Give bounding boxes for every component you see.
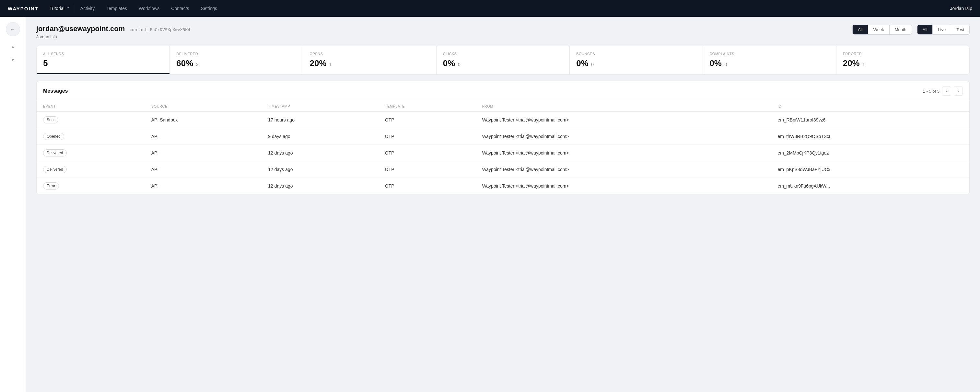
table-row[interactable]: DeliveredAPI12 days agoOTPWaypoint Teste… (37, 161, 969, 178)
nav-templates[interactable]: Templates (102, 4, 132, 13)
cell-template: OTP (379, 112, 476, 128)
cell-from: Waypoint Tester <trial@waypointmail.com> (476, 128, 771, 145)
stat-delivered[interactable]: DELIVERED 60% 3 (170, 46, 303, 74)
cell-from: Waypoint Tester <trial@waypointmail.com> (476, 161, 771, 178)
cell-event: Delivered (37, 161, 145, 178)
col-event: EVENT (37, 101, 145, 112)
cell-source: API (145, 128, 262, 145)
event-badge: Error (43, 183, 59, 189)
cell-source: API (145, 145, 262, 161)
cell-timestamp: 9 days ago (261, 128, 379, 145)
messages-pagination: 1 - 5 of 5 ‹ › (923, 87, 963, 95)
logo: WAYPOINT (8, 6, 38, 11)
cell-template: OTP (379, 178, 476, 194)
messages-table: EVENT SOURCE TIMESTAMP TEMPLATE FROM ID … (37, 101, 969, 194)
messages-header: Messages 1 - 5 of 5 ‹ › (37, 81, 969, 101)
stat-all-sends[interactable]: ALL SENDS 5 (37, 46, 170, 74)
cell-source: API (145, 178, 262, 194)
messages-title: Messages (43, 88, 68, 94)
stat-errored-count: 1 (862, 62, 865, 67)
cell-timestamp: 12 days ago (261, 161, 379, 178)
stat-clicks-pct: 0% (443, 58, 455, 68)
contact-header: jordan@usewaypoint.com contact_FuCrDVSXp… (36, 25, 970, 39)
nav-contacts[interactable]: Contacts (167, 4, 194, 13)
stat-delivered-count: 3 (196, 62, 199, 67)
table-row[interactable]: ErrorAPI12 days agoOTPWaypoint Tester <t… (37, 178, 969, 194)
col-id: ID (771, 101, 969, 112)
tutorial-label: Tutorial (49, 6, 65, 11)
nav-settings[interactable]: Settings (196, 4, 222, 13)
table-row[interactable]: DeliveredAPI12 days agoOTPWaypoint Teste… (37, 145, 969, 161)
chevron-left-icon: ‹ (946, 89, 947, 93)
cell-timestamp: 12 days ago (261, 145, 379, 161)
stat-complaints-pct: 0% (710, 58, 722, 68)
nav-activity[interactable]: Activity (76, 4, 99, 13)
contact-info: jordan@usewaypoint.com contact_FuCrDVSXp… (36, 25, 852, 39)
next-page-button[interactable]: › (954, 87, 963, 95)
stat-complaints-label: COMPLAINTS (710, 52, 829, 56)
cell-timestamp: 12 days ago (261, 178, 379, 194)
stat-opens-count: 1 (329, 62, 332, 67)
filter-test[interactable]: Test (951, 25, 969, 34)
sidebar: ← ▲ ▼ (0, 17, 26, 392)
col-template: TEMPLATE (379, 101, 476, 112)
stat-errored[interactable]: ERRORED 20% 1 (837, 46, 969, 74)
table-header-row: EVENT SOURCE TIMESTAMP TEMPLATE FROM ID (37, 101, 969, 112)
stats-row: ALL SENDS 5 DELIVERED 60% 3 OPENS 20% 1 … (36, 46, 970, 75)
filter-controls: All Week Month All Live Test (852, 25, 970, 35)
stat-complaints[interactable]: COMPLAINTS 0% 0 (703, 46, 836, 74)
cell-id: em_2MMbCjKP3Qy1tgez (771, 145, 969, 161)
stat-bounces-label: BOUNCES (576, 52, 696, 56)
stat-delivered-label: DELIVERED (176, 52, 296, 56)
cell-id: em_thW3RB2Q9QSpTScL (771, 128, 969, 145)
main-content: jordan@usewaypoint.com contact_FuCrDVSXp… (26, 17, 980, 392)
back-button[interactable]: ← (6, 22, 20, 36)
stat-complaints-count: 0 (724, 62, 727, 67)
col-timestamp: TIMESTAMP (261, 101, 379, 112)
stat-all-sends-value: 5 (43, 58, 163, 68)
stat-all-sends-label: ALL SENDS (43, 52, 163, 56)
stat-errored-label: ERRORED (843, 52, 963, 56)
cell-template: OTP (379, 128, 476, 145)
stat-clicks[interactable]: CLICKS 0% 0 (436, 46, 570, 74)
cell-template: OTP (379, 161, 476, 178)
table-row[interactable]: SentAPI Sandbox17 hours agoOTPWaypoint T… (37, 112, 969, 128)
cell-event: Delivered (37, 145, 145, 161)
cell-event: Error (37, 178, 145, 194)
stat-opens[interactable]: OPENS 20% 1 (303, 46, 436, 74)
cell-timestamp: 17 hours ago (261, 112, 379, 128)
contact-id: contact_FuCrDVSXpXwvX5K4 (129, 27, 190, 32)
cell-id: em_RBpiW11arof39vz6 (771, 112, 969, 128)
filter-month[interactable]: Month (889, 25, 912, 34)
chevron-right-icon: › (958, 89, 959, 93)
stat-errored-pct: 20% (843, 58, 860, 68)
event-badge: Delivered (43, 149, 67, 157)
chevron-down-button[interactable]: ▼ (6, 54, 20, 65)
contact-name: Jordan Isip (36, 34, 852, 39)
filter-live[interactable]: Live (932, 25, 951, 34)
event-badge: Sent (43, 116, 58, 124)
cell-from: Waypoint Tester <trial@waypointmail.com> (476, 178, 771, 194)
filter-week[interactable]: Week (868, 25, 889, 34)
cell-from: Waypoint Tester <trial@waypointmail.com> (476, 112, 771, 128)
filter-all-type[interactable]: All (918, 25, 932, 34)
cell-source: API (145, 161, 262, 178)
messages-card: Messages 1 - 5 of 5 ‹ › EVENT SOURCE (36, 81, 970, 194)
filter-all-time[interactable]: All (853, 25, 867, 34)
stat-bounces-count: 0 (591, 62, 594, 67)
cell-source: API Sandbox (145, 112, 262, 128)
stat-opens-label: OPENS (310, 52, 430, 56)
stat-clicks-count: 0 (458, 62, 460, 67)
stat-bounces[interactable]: BOUNCES 0% 0 (570, 46, 703, 74)
table-row[interactable]: OpenedAPI9 days agoOTPWaypoint Tester <t… (37, 128, 969, 145)
tutorial-nav[interactable]: Tutorial ⌃ (46, 4, 73, 13)
prev-page-button[interactable]: ‹ (942, 87, 951, 95)
chevron-up-button[interactable]: ▲ (6, 41, 20, 52)
cell-event: Sent (37, 112, 145, 128)
event-badge: Opened (43, 133, 64, 140)
type-filter-group: All Live Test (917, 25, 970, 35)
stat-delivered-pct: 60% (176, 58, 193, 68)
event-badge: Delivered (43, 166, 67, 173)
nav-workflows[interactable]: Workflows (134, 4, 164, 13)
cell-id: em_mUkn9Fu6pgAUkW... (771, 178, 969, 194)
